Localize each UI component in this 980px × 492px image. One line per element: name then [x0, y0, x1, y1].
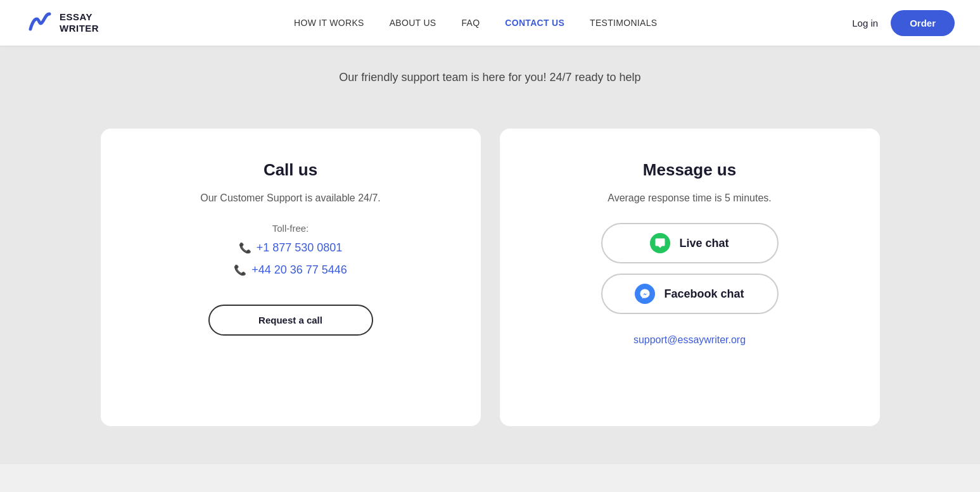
logo[interactable]: ESSAY WRITER [25, 9, 99, 37]
header: ESSAY WRITER HOW IT WORKS ABOUT US FAQ C… [0, 0, 980, 46]
logo-text: ESSAY WRITER [60, 11, 99, 34]
call-us-subtitle: Our Customer Support is available 24/7. [200, 192, 381, 204]
phone-link-1[interactable]: 📞 +1 877 530 0801 [239, 241, 343, 255]
nav-how-it-works[interactable]: HOW IT WORKS [294, 18, 364, 28]
facebook-chat-icon [635, 284, 655, 304]
nav-about-us[interactable]: ABOUT US [390, 18, 436, 28]
nav-testimonials[interactable]: TESTIMONIALS [590, 18, 657, 28]
phone-link-2[interactable]: 📞 +44 20 36 77 5446 [234, 263, 347, 277]
phone-number-1: +1 877 530 0801 [257, 241, 343, 255]
main-nav: HOW IT WORKS ABOUT US FAQ CONTACT US TES… [294, 18, 657, 28]
phone-icon-2: 📞 [234, 264, 246, 276]
request-call-button[interactable]: Request a call [208, 305, 373, 336]
live-chat-button[interactable]: Live chat [601, 223, 779, 263]
facebook-chat-button[interactable]: Facebook chat [601, 274, 779, 314]
message-us-subtitle: Average response time is 5 minutes. [608, 192, 772, 204]
message-us-title: Message us [643, 160, 736, 180]
hero-section: Our friendly support team is here for yo… [0, 46, 980, 110]
logo-icon [25, 9, 53, 37]
live-chat-label: Live chat [679, 237, 729, 250]
login-button[interactable]: Log in [852, 18, 878, 28]
nav-faq[interactable]: FAQ [461, 18, 480, 28]
call-us-title: Call us [264, 160, 317, 180]
hero-text: Our friendly support team is here for yo… [13, 71, 967, 84]
live-chat-icon [650, 233, 670, 253]
facebook-chat-label: Facebook chat [664, 287, 744, 301]
message-us-card: Message us Average response time is 5 mi… [500, 129, 880, 426]
phone-icon-1: 📞 [239, 242, 251, 254]
order-button[interactable]: Order [891, 10, 955, 36]
toll-free-label: Toll-free: [272, 223, 309, 234]
main-content: Call us Our Customer Support is availabl… [0, 110, 980, 464]
call-us-card: Call us Our Customer Support is availabl… [101, 129, 481, 426]
phone-number-2: +44 20 36 77 5446 [251, 263, 347, 277]
support-email-link[interactable]: support@essaywriter.org [633, 334, 746, 346]
header-actions: Log in Order [852, 10, 955, 36]
nav-contact-us[interactable]: CONTACT US [505, 18, 564, 28]
